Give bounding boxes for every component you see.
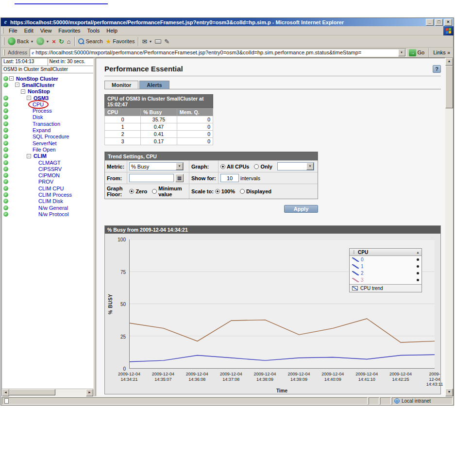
scrollbar-thumb[interactable] [445,66,453,108]
tree-item-file-open[interactable]: ✓File Open [2,146,93,153]
menu-tools[interactable]: Tools [84,27,103,34]
tree-item-clim-process[interactable]: ✓CLIM Process [2,191,93,198]
tree-item-label[interactable]: N/w General [37,205,69,211]
address-grip[interactable] [3,50,5,56]
tree-item-n-w-general[interactable]: ✓N/w General [2,204,93,211]
tree-item-clim[interactable]: ✓-CLIM [2,153,93,159]
tree-item-label[interactable]: Expand [32,127,51,133]
minimize-button[interactable]: _ [426,19,434,26]
tree-item-label[interactable]: Transaction [32,121,61,127]
tree-item-label[interactable]: CIPSSRV [37,166,63,172]
tree-item-label[interactable]: OSM3 [33,95,50,101]
only-cpu-select[interactable]: ▼ [277,162,314,170]
tree-item-label[interactable]: Disk [32,114,44,120]
tree-item-label[interactable]: CPU [32,102,45,107]
menu-file[interactable]: File [5,27,21,34]
address-dropdown-icon[interactable]: ▼ [398,49,405,56]
help-button[interactable]: ? [433,65,441,73]
tree-item-label[interactable]: PROV [37,179,54,185]
tree-item-label[interactable]: CIPMON [37,172,61,178]
collapse-icon[interactable]: - [21,89,25,94]
radio-only[interactable] [254,164,259,169]
close-button[interactable]: × [444,19,452,26]
tab-monitor[interactable]: Monitor [104,81,138,89]
go-button[interactable]: → Go [406,49,427,56]
menu-grip[interactable] [2,28,3,34]
maximize-button[interactable]: □ [435,19,443,26]
scroll-left-icon[interactable]: ◄ [2,389,9,396]
radio-floor-min[interactable] [152,189,157,194]
chevron-down-icon[interactable]: ▼ [176,163,183,170]
tree-item-clim-disk[interactable]: ✓CLIM Disk [2,198,93,204]
radio-scale-displayed[interactable] [240,189,245,194]
metric-select[interactable]: % Busy ▼ [129,162,184,170]
tree-item-clim-cpu[interactable]: ✓CLIM CPU [2,185,93,191]
tree-item-cipssrv[interactable]: ✓CIPSSRV [2,166,93,172]
collapse-icon[interactable]: - [9,76,14,81]
tree-item-osm3[interactable]: ✓-OSM3 [2,95,93,101]
tree-item-label[interactable]: NonStop [27,88,51,94]
visibility-toggle-icon[interactable] [417,272,419,274]
address-url[interactable]: https://localhost:50000/mxportal/perform… [35,50,396,55]
edit-button[interactable]: ✎ [163,37,171,46]
drag-handle-icon[interactable]: ⋮ [352,250,356,255]
tree-item-prov[interactable]: ✓PROV [2,179,93,185]
forward-button[interactable]: → ▼ [35,37,51,46]
collapse-icon[interactable]: - [15,83,19,87]
scroll-up-icon[interactable]: ▲ [445,58,453,66]
from-input[interactable] [129,174,174,182]
apply-button[interactable]: Apply [284,205,318,213]
legend-item-cpu-3[interactable]: 3 [350,276,421,283]
tree-item-label[interactable]: CLIM Disk [37,198,64,204]
sort-ascending-icon[interactable]: ▲ [416,251,420,254]
tree-item-label[interactable]: CLIM [33,153,48,159]
stop-button[interactable]: × [51,37,57,46]
back-button[interactable]: ← Back ▼ [6,37,35,46]
main-vertical-scrollbar[interactable]: ▲ ▼ [445,58,453,396]
back-dropdown-icon[interactable]: ▼ [30,40,34,43]
menu-view[interactable]: View [37,27,55,34]
tree-item-label[interactable]: SmallCluster [21,82,55,88]
toolbar-grip[interactable] [3,37,4,45]
tree-item-label[interactable]: CLIM CPU [37,186,65,191]
collapse-icon[interactable]: - [27,154,31,158]
radio-floor-zero[interactable] [129,189,134,194]
tree-item-cipmon[interactable]: ✓CIPMON [2,172,93,178]
tree-item-label[interactable]: N/w Protocol [37,211,69,217]
legend-footer[interactable]: CPU trend [350,284,421,292]
visibility-toggle-icon[interactable] [417,265,419,268]
scrollbar-thumb[interactable] [9,389,55,395]
tree-item-n-w-protocol[interactable]: ✓N/w Protocol [2,211,93,217]
tree-item-transaction[interactable]: ✓Transaction [2,120,93,127]
tree-item-sql-procedure[interactable]: ✓SQL Procedure [2,134,93,140]
tree-item-label[interactable]: CLIM Process [37,192,73,198]
menu-help[interactable]: Help [103,27,121,34]
tab-alerts[interactable]: Alerts [139,81,169,89]
address-input[interactable]: e https://localhost:50000/mxportal/perfo… [30,49,406,57]
tree-item-nonstop[interactable]: ✓-NonStop [2,88,93,95]
tree-item-label[interactable]: SQL Procedure [32,134,70,139]
visibility-toggle-icon[interactable] [417,258,419,261]
tree-item-nonstop-cluster[interactable]: ✓-NonStop Cluster [2,75,93,82]
intervals-input[interactable] [220,174,239,182]
scroll-right-icon[interactable]: ► [86,389,93,396]
sidebar-horizontal-scrollbar[interactable]: ◄ ► [2,389,93,396]
legend-header[interactable]: ⋮ CPU ▲ [350,249,421,256]
legend-item-cpu-0[interactable]: 0 [350,256,421,263]
tree-item-label[interactable]: CLMAGT [37,160,62,166]
tree-item-clmagt[interactable]: ✓CLMAGT [2,159,93,166]
menu-favorites[interactable]: Favorites [55,27,84,34]
tree-item-label[interactable]: Process [32,108,53,114]
legend-item-cpu-1[interactable]: 1 [350,263,421,270]
mail-button[interactable]: ✉▼ [140,37,153,46]
print-button[interactable] [153,39,163,44]
tree-item-process[interactable]: ✓Process [2,107,93,114]
search-button[interactable]: Search [77,38,104,45]
menu-edit[interactable]: Edit [21,27,37,34]
tree-item-label[interactable]: ServerNet [32,140,58,146]
visibility-toggle-icon[interactable] [417,279,419,281]
forward-dropdown-icon[interactable]: ▼ [46,40,49,43]
tree-item-disk[interactable]: ✓Disk [2,114,93,120]
tree-item-label[interactable]: File Open [32,147,57,153]
tree-item-label[interactable]: NonStop Cluster [15,76,59,82]
